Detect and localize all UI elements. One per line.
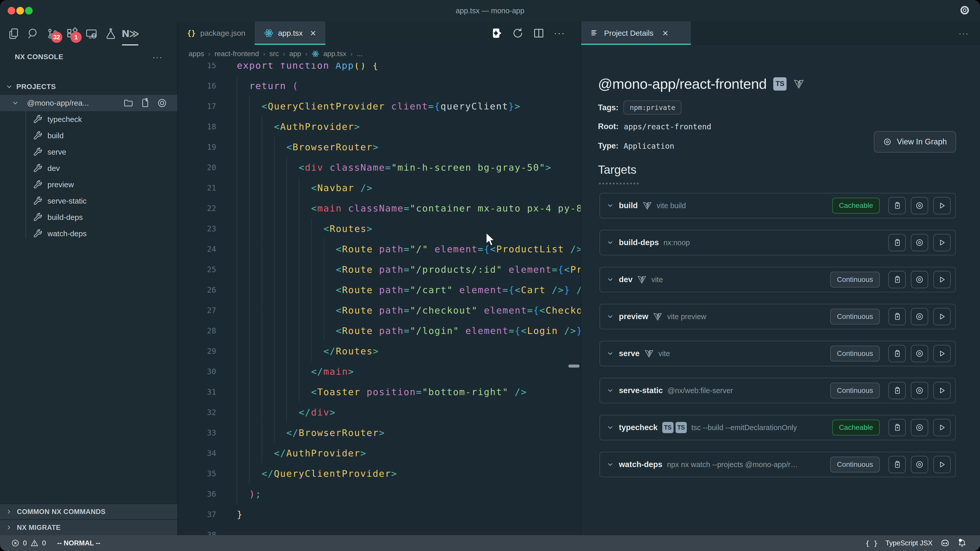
tab-app-tsx[interactable]: app.tsx ✕ (255, 21, 326, 45)
tree-item-target-preview[interactable]: preview (0, 176, 177, 193)
tab-project-details[interactable]: Project Details ✕ (581, 21, 691, 45)
code-line-37[interactable]: 37} (178, 504, 581, 524)
code-line-16[interactable]: 16return ( (178, 76, 581, 96)
language-mode[interactable]: TypeScript JSX (885, 539, 932, 547)
eye-target-button[interactable] (911, 345, 928, 362)
breadcrumb-item[interactable]: app (289, 50, 301, 58)
code-line-34[interactable]: 34</AuthProvider> (178, 443, 581, 463)
breadcrumb-item[interactable]: react-frontend (215, 50, 259, 58)
chevron-down-icon[interactable] (607, 276, 614, 283)
copy-button[interactable] (888, 197, 906, 214)
play-button[interactable] (933, 382, 951, 399)
tree-item-target-watch-deps[interactable]: watch-deps (0, 225, 177, 242)
target-card-build-deps[interactable]: build-depsnx:noop (600, 230, 956, 256)
code-line-21[interactable]: 21<Navbar /> (178, 178, 581, 198)
split-editor-icon[interactable] (533, 27, 545, 39)
play-button[interactable] (933, 345, 951, 362)
tree-item-target-serve-static[interactable]: serve-static (0, 193, 177, 209)
panel-more-actions[interactable]: ··· (959, 21, 969, 45)
code-line-15[interactable]: 15export function App() { (178, 63, 581, 76)
copy-button[interactable] (888, 419, 906, 436)
code-line-26[interactable]: 26<Route path="/cart" element={<Cart />}… (178, 279, 581, 300)
code-line-27[interactable]: 27<Route path="/checkout" element={<Chec… (178, 300, 581, 321)
code-line-38[interactable]: 38 (178, 524, 581, 535)
copy-button[interactable] (888, 271, 906, 288)
more-actions-icon[interactable]: ··· (554, 28, 565, 38)
play-button[interactable] (933, 197, 951, 214)
play-button[interactable] (933, 419, 951, 436)
scrollbar-cursor-marker[interactable] (568, 365, 579, 368)
tree-item-project[interactable]: @mono-app/rea... (0, 95, 177, 111)
file-icon[interactable] (140, 98, 150, 108)
code-editor[interactable]: 15export function App() {16return (17<Qu… (178, 63, 581, 535)
code-line-23[interactable]: 23<Routes> (178, 218, 581, 239)
target-card-serve-static[interactable]: serve-static@nx/web:file-serverContinuou… (600, 378, 956, 403)
target-card-typecheck[interactable]: typecheckTSTStsc --build --emitDeclarati… (600, 415, 956, 440)
close-tab-icon[interactable]: ✕ (310, 29, 316, 38)
eye-target-button[interactable] (911, 308, 928, 325)
tab-package-json[interactable]: {} package.json (178, 21, 255, 45)
code-line-31[interactable]: 31<Toaster position="bottom-right" /> (178, 382, 581, 402)
chevron-down-icon[interactable] (607, 387, 614, 394)
copilot-icon[interactable] (940, 538, 950, 548)
chevron-down-icon[interactable] (607, 424, 614, 431)
nx-run-icon[interactable] (491, 27, 503, 39)
code-line-25[interactable]: 25<Route path="/products/:id" element={<… (178, 259, 581, 279)
tree-item-target-build[interactable]: build (0, 127, 177, 144)
eye-target-button[interactable] (911, 419, 928, 436)
view-in-graph-button[interactable]: View In Graph (874, 131, 956, 152)
code-line-36[interactable]: 36); (178, 484, 581, 504)
tree-item-target-dev[interactable]: dev (0, 160, 177, 176)
play-button[interactable] (933, 234, 951, 251)
activity-item-remote-explorer[interactable] (85, 24, 98, 43)
tree-item-target-typecheck[interactable]: typecheck (0, 111, 177, 127)
refresh-icon[interactable] (512, 27, 524, 39)
code-line-24[interactable]: 24<Route path="/" element={<ProductList … (178, 239, 581, 259)
eye-target-button[interactable] (911, 382, 928, 399)
activity-item-testing[interactable] (104, 24, 118, 43)
tree-item-target-build-deps[interactable]: build-deps (0, 209, 177, 225)
target-card-dev[interactable]: devviteContinuous (600, 267, 956, 292)
code-line-30[interactable]: 30</main> (178, 361, 581, 382)
breadcrumb-item[interactable]: src (269, 50, 279, 58)
code-line-22[interactable]: 22<main className="container mx-auto px-… (178, 198, 581, 218)
eye-target-button[interactable] (911, 456, 928, 473)
code-line-20[interactable]: 20<div className="min-h-screen bg-gray-5… (178, 157, 581, 178)
copy-button[interactable] (888, 234, 906, 251)
chevron-down-icon[interactable] (607, 313, 614, 320)
activity-item-source-control[interactable]: 32 (46, 24, 59, 43)
copy-button[interactable] (888, 382, 906, 399)
eye-target-button[interactable] (911, 197, 928, 214)
sidebar-more-actions[interactable]: ··· (152, 52, 162, 62)
code-line-18[interactable]: 18<AuthProvider> (178, 116, 581, 137)
code-line-35[interactable]: 35</QueryClientProvider> (178, 463, 581, 484)
eye-target-button[interactable] (911, 234, 928, 251)
target-card-preview[interactable]: previewvite previewContinuous (600, 304, 956, 329)
breadcrumb-item[interactable]: ... (357, 50, 363, 58)
eye-target-button[interactable] (911, 271, 928, 288)
breadcrumb-item[interactable]: app.tsx (323, 50, 346, 58)
play-button[interactable] (933, 271, 951, 288)
breadcrumb-item[interactable]: apps (189, 50, 204, 58)
chevron-down-icon[interactable] (607, 202, 614, 209)
code-line-29[interactable]: 29</Routes> (178, 341, 581, 361)
code-line-32[interactable]: 32</div> (178, 402, 581, 422)
target-card-watch-deps[interactable]: watch-depsnpx nx watch --projects @mono-… (600, 452, 956, 477)
chevron-down-icon[interactable] (607, 350, 614, 357)
activity-item-nx-console[interactable]: N≫ (124, 24, 137, 43)
code-line-19[interactable]: 19<BrowserRouter> (178, 137, 581, 157)
code-line-28[interactable]: 28<Route path="/login" element={<Login /… (178, 321, 581, 341)
copy-button[interactable] (888, 456, 906, 473)
activity-item-search[interactable] (27, 24, 40, 43)
activity-item-extensions[interactable]: 1 (65, 24, 79, 43)
code-line-33[interactable]: 33</BrowserRouter> (178, 422, 581, 443)
target-icon[interactable] (157, 98, 167, 108)
play-button[interactable] (933, 308, 951, 325)
folder-icon[interactable] (123, 98, 134, 108)
chevron-down-icon[interactable] (607, 461, 614, 468)
bell-notification-icon[interactable] (958, 538, 967, 548)
settings-gear-icon[interactable] (959, 5, 970, 16)
code-line-17[interactable]: 17<QueryClientProvider client={queryClie… (178, 96, 581, 116)
copy-button[interactable] (888, 308, 906, 325)
tree-section-projects[interactable]: PROJECTS (0, 79, 177, 95)
